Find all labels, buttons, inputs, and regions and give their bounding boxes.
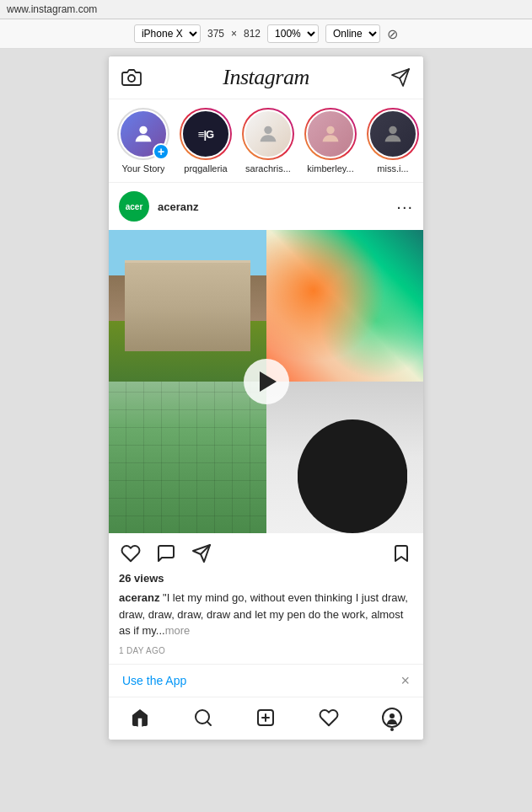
instagram-header: Instagram	[109, 56, 423, 99]
kimberley-avatar-wrap	[304, 108, 357, 160]
rotate-icon[interactable]: ⊘	[387, 26, 398, 42]
device-selector[interactable]: iPhone X	[134, 24, 201, 43]
heart-icon	[121, 543, 141, 564]
add-story-button[interactable]: +	[153, 143, 169, 160]
app-banner: Use the App ×	[109, 664, 423, 697]
story-item-prqgalleria[interactable]: ≡|G prqgalleria	[180, 108, 232, 174]
like-button[interactable]	[119, 542, 142, 565]
caption-text: "I let my mind go, without even thinking…	[119, 591, 408, 637]
share-button[interactable]	[190, 542, 213, 565]
miss-avatar	[368, 110, 417, 158]
profile-icon	[382, 708, 402, 728]
your-story-label: Your Story	[122, 163, 165, 174]
svg-line-10	[207, 721, 211, 724]
svg-point-5	[326, 126, 334, 134]
bookmark-button[interactable]	[390, 542, 413, 565]
prqgalleria-avatar: ≡|G	[181, 110, 230, 158]
person-silhouette	[298, 419, 408, 533]
image-cell-2	[266, 230, 424, 382]
miss-ring	[367, 108, 419, 160]
nav-search-button[interactable]	[191, 706, 215, 729]
post-header: acer aceranz ···	[109, 183, 423, 230]
sarahchris-avatar-wrap	[242, 108, 294, 160]
phone-outer: Instagram	[0, 49, 532, 754]
bookmark-icon	[391, 543, 411, 564]
story-item-your-story[interactable]: + Your Story	[117, 108, 169, 174]
blueprint	[109, 382, 266, 533]
person-icon-3	[319, 122, 342, 146]
add-icon	[255, 708, 276, 728]
story-item-sarahchris[interactable]: sarachris...	[242, 108, 294, 174]
person-icon	[132, 122, 155, 146]
device-height: 812	[244, 28, 261, 40]
use-app-link[interactable]: Use the App	[122, 674, 186, 687]
caption-username[interactable]: aceranz	[119, 591, 159, 604]
post-views: 26 views	[109, 570, 423, 590]
arch-model	[109, 230, 266, 382]
arch-building	[125, 260, 250, 351]
post-username[interactable]: aceranz	[158, 200, 396, 213]
post-actions	[109, 533, 423, 570]
zoom-selector[interactable]: 100%	[267, 24, 319, 43]
svg-point-3	[139, 126, 147, 134]
search-icon	[193, 708, 213, 728]
person-icon-2	[256, 122, 280, 146]
person-working	[266, 382, 424, 533]
svg-point-6	[389, 126, 396, 134]
sarahchris-avatar	[244, 110, 293, 158]
phone-frame: Instagram	[108, 56, 424, 740]
stories-row: + Your Story ≡|G prqgalleria	[109, 99, 423, 183]
camera-icon	[121, 67, 142, 88]
sarahchris-label: sarachris...	[245, 163, 291, 174]
person-icon-4	[381, 122, 405, 146]
send-button[interactable]	[390, 67, 411, 88]
post-timestamp: 1 DAY AGO	[109, 643, 423, 664]
home-icon	[130, 708, 150, 728]
comment-icon	[156, 543, 176, 564]
image-cell-4	[266, 382, 424, 533]
your-story-avatar-wrap: +	[117, 108, 169, 160]
sarahchris-ring	[242, 108, 294, 160]
kimberley-ring	[304, 108, 357, 160]
device-width: 375	[207, 28, 224, 40]
prqgalleria-ring: ≡|G	[180, 108, 232, 160]
instagram-logo: Instagram	[223, 65, 309, 90]
miss-avatar-wrap	[367, 108, 419, 160]
svg-point-4	[264, 126, 271, 134]
prqgalleria-avatar-wrap: ≡|G	[180, 108, 232, 160]
kimberley-label: kimberley...	[307, 163, 353, 174]
nav-profile-button[interactable]	[380, 706, 404, 729]
story-item-miss[interactable]: miss.i...	[367, 108, 419, 174]
nav-heart-button[interactable]	[317, 706, 341, 729]
post-image[interactable]	[109, 230, 423, 533]
kimberley-avatar	[306, 110, 355, 158]
post-caption: aceranz "I let my mind go, without even …	[109, 590, 423, 643]
profile-active-dot	[390, 728, 394, 731]
post: acer aceranz ···	[109, 183, 423, 664]
app-banner-close-button[interactable]: ×	[400, 673, 410, 688]
post-more-button[interactable]: ···	[396, 198, 413, 215]
more-link[interactable]: more	[165, 624, 191, 637]
prqgalleria-label: prqgalleria	[184, 163, 227, 174]
bottom-nav	[109, 697, 423, 740]
send-icon	[390, 67, 411, 88]
story-item-kimberley[interactable]: kimberley...	[304, 108, 357, 174]
device-toolbar: iPhone X 375 × 812 100% Online ⊘	[0, 19, 532, 49]
nav-add-button[interactable]	[254, 706, 277, 729]
nav-home-button[interactable]	[128, 706, 152, 729]
play-button[interactable]	[244, 359, 289, 404]
miss-label: miss.i...	[377, 163, 408, 174]
browser-address-bar: www.instagram.com	[0, 0, 532, 19]
heart-nav-icon	[319, 708, 339, 728]
connection-selector[interactable]: Online	[325, 24, 380, 43]
camera-button[interactable]	[121, 67, 142, 88]
comment-button[interactable]	[154, 542, 178, 565]
play-triangle-icon	[260, 371, 277, 392]
post-avatar: acer	[119, 191, 149, 222]
image-cell-1	[109, 230, 266, 382]
svg-point-0	[128, 75, 135, 82]
share-icon	[191, 543, 212, 564]
stained-glass	[266, 230, 424, 382]
image-cell-3	[109, 382, 266, 533]
